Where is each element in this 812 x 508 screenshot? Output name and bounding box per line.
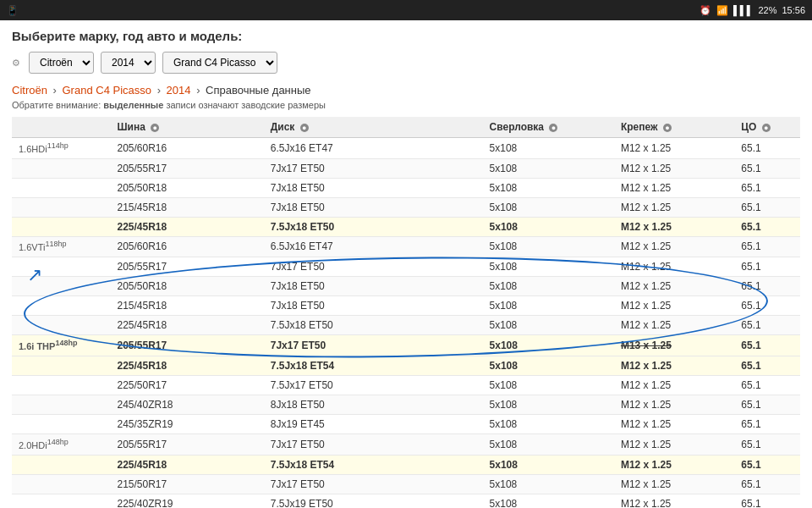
cell-drill: 5x108 — [483, 236, 614, 257]
table-row: 2.0HDi148hp205/55R177Jx17 ET505x108M12 x… — [12, 433, 800, 455]
cell-disk: 7Jx17 ET50 — [264, 474, 483, 494]
cell-fix: M12 x 1.25 — [614, 316, 734, 335]
selector-row: ⚙ Citroën 2014 Grand C4 Picasso — [12, 52, 800, 74]
table-row: 205/55R177Jx17 ET505x108M12 x 1.2565.1 — [12, 257, 800, 277]
sort-tire-icon[interactable]: ● — [151, 124, 159, 132]
clock: 15:56 — [782, 5, 805, 15]
cell-co: 65.1 — [734, 375, 800, 395]
table-row: 215/50R177Jx17 ET505x108M12 x 1.2565.1 — [12, 474, 800, 494]
cell-fix: M12 x 1.25 — [614, 375, 734, 395]
cell-drill: 5x108 — [483, 395, 614, 414]
table-row: 225/45R187.5Jx18 ET505x108M12 x 1.2565.1 — [12, 316, 800, 335]
brand-select[interactable]: Citroën — [29, 52, 94, 74]
cell-co: 65.1 — [734, 197, 800, 217]
cell-fix: M12 x 1.25 — [614, 494, 734, 508]
notice-prefix: Обратите внимание: — [12, 100, 103, 110]
cell-drill: 5x108 — [483, 433, 614, 455]
cell-engine — [12, 414, 111, 433]
cell-engine — [12, 197, 111, 217]
cell-tire: 215/45R18 — [111, 197, 264, 217]
cell-engine — [12, 455, 111, 474]
cell-co: 65.1 — [734, 138, 800, 159]
cell-tire: 225/45R18 — [111, 217, 264, 236]
cell-tire: 225/45R18 — [111, 455, 264, 474]
cell-fix: M12 x 1.25 — [614, 217, 734, 236]
table-row: 245/35ZR198Jx19 ET455x108M12 x 1.2565.1 — [12, 414, 800, 433]
table-row: 215/45R187Jx18 ET505x108M12 x 1.2565.1 — [12, 197, 800, 217]
col-header-tire: Шина ● — [111, 117, 264, 138]
cell-fix: M13 x 1.25 — [614, 335, 734, 356]
signal-icon: ▌▌▌ — [733, 5, 753, 15]
cell-tire: 205/50R18 — [111, 277, 264, 296]
cell-tire: 225/40ZR19 — [111, 494, 264, 508]
cell-tire: 205/50R18 — [111, 178, 264, 197]
table-row: 1.6HDi114hp205/60R166.5Jx16 ET475x108M12… — [12, 138, 800, 159]
cell-engine — [12, 257, 111, 277]
sort-drill-icon[interactable]: ● — [549, 124, 557, 132]
cell-disk: 7Jx18 ET50 — [264, 277, 483, 296]
cell-fix: M12 x 1.25 — [614, 197, 734, 217]
status-bar: 📱 ⏰ 📶 ▌▌▌ 22% 15:56 — [0, 0, 812, 20]
table-row: 1.6i THP148hp205/55R177Jx17 ET505x108M13… — [12, 335, 800, 356]
cell-co: 65.1 — [734, 455, 800, 474]
table-body: 1.6HDi114hp205/60R166.5Jx16 ET475x108M12… — [12, 138, 800, 509]
cell-tire: 205/55R17 — [111, 158, 264, 178]
sort-disk-icon[interactable]: ● — [300, 124, 309, 132]
cell-tire: 215/45R18 — [111, 296, 264, 316]
cell-co: 65.1 — [734, 335, 800, 356]
cell-disk: 7.5Jx18 ET54 — [264, 356, 483, 375]
table-row: 245/40ZR188Jx18 ET505x108M12 x 1.2565.1 — [12, 395, 800, 414]
notice: Обратите внимание: выделенные записи озн… — [12, 100, 800, 110]
cell-disk: 8Jx18 ET50 — [264, 395, 483, 414]
breadcrumb-year[interactable]: 2014 — [167, 84, 191, 97]
cell-co: 65.1 — [734, 236, 800, 257]
cell-drill: 5x108 — [483, 197, 614, 217]
cell-co: 65.1 — [734, 316, 800, 335]
cell-fix: M12 x 1.25 — [614, 356, 734, 375]
cell-co: 65.1 — [734, 257, 800, 277]
cell-drill: 5x108 — [483, 158, 614, 178]
battery: 22% — [758, 5, 776, 15]
cell-drill: 5x108 — [483, 217, 614, 236]
status-left: 📱 — [7, 5, 19, 16]
cell-disk: 7.5Jx18 ET54 — [264, 455, 483, 474]
cell-engine — [12, 474, 111, 494]
breadcrumb-brand[interactable]: Citroën — [12, 84, 47, 97]
cell-engine: 1.6i THP148hp — [12, 335, 111, 356]
cell-fix: M12 x 1.25 — [614, 474, 734, 494]
cell-engine — [12, 277, 111, 296]
cell-disk: 7Jx17 ET50 — [264, 433, 483, 455]
table-row: 205/55R177Jx17 ET505x108M12 x 1.2565.1 — [12, 158, 800, 178]
sort-fix-icon[interactable]: ● — [663, 124, 672, 132]
data-table: Шина ● Диск ● Сверловка ● Крепеж ● ЦО ● … — [12, 117, 800, 508]
table-row: 225/40ZR197.5Jx19 ET505x108M12 x 1.2565.… — [12, 494, 800, 508]
cell-fix: M12 x 1.25 — [614, 257, 734, 277]
cell-tire: 205/55R17 — [111, 433, 264, 455]
col-header-fix: Крепеж ● — [614, 117, 734, 138]
cell-drill: 5x108 — [483, 277, 614, 296]
year-select[interactable]: 2014 — [101, 52, 156, 74]
model-select[interactable]: Grand C4 Picasso — [162, 52, 277, 74]
cell-disk: 6.5Jx16 ET47 — [264, 236, 483, 257]
cell-engine — [12, 375, 111, 395]
breadcrumb-model[interactable]: Grand C4 Picasso — [63, 84, 152, 97]
notice-bold: выделенные — [103, 100, 163, 110]
citroen-logo-small: ⚙ — [12, 58, 20, 69]
table-row: 215/45R187Jx18 ET505x108M12 x 1.2565.1 — [12, 296, 800, 316]
page-title: Выберите марку, год авто и модель: — [12, 29, 800, 43]
cell-engine: 2.0HDi148hp — [12, 433, 111, 455]
table-row: 225/45R187.5Jx18 ET545x108M12 x 1.2565.1 — [12, 455, 800, 474]
table-row: 225/45R187.5Jx18 ET545x108M12 x 1.2565.1 — [12, 356, 800, 375]
cell-fix: M12 x 1.25 — [614, 236, 734, 257]
sort-co-icon[interactable]: ● — [762, 124, 771, 132]
cell-fix: M12 x 1.25 — [614, 455, 734, 474]
cell-co: 65.1 — [734, 414, 800, 433]
cell-fix: M12 x 1.25 — [614, 138, 734, 159]
cell-engine — [12, 178, 111, 197]
cell-co: 65.1 — [734, 433, 800, 455]
cell-co: 65.1 — [734, 277, 800, 296]
cell-tire: 205/55R17 — [111, 335, 264, 356]
cell-disk: 7Jx17 ET50 — [264, 335, 483, 356]
cell-tire: 245/35ZR19 — [111, 414, 264, 433]
cell-disk: 8Jx19 ET45 — [264, 414, 483, 433]
